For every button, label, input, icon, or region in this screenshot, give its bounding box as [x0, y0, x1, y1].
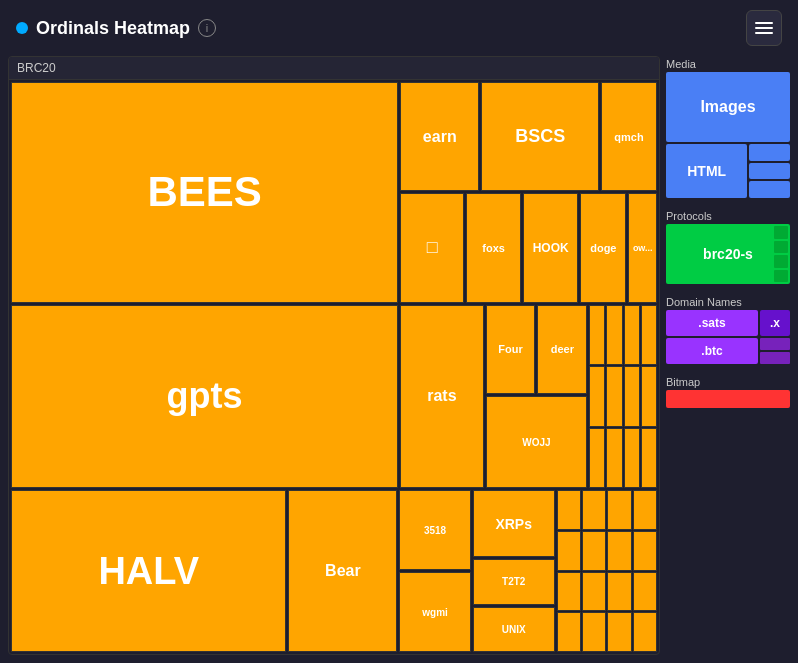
domain-grid: .sats .x .btc — [666, 310, 790, 364]
bitmap-bar[interactable] — [666, 390, 790, 408]
cell-unix[interactable]: UNIX — [473, 607, 555, 652]
protocols-title: Protocols — [666, 208, 790, 224]
micro-cell[interactable] — [607, 531, 631, 571]
micro-cell[interactable] — [624, 366, 640, 427]
page-title: Ordinals Heatmap — [36, 18, 190, 39]
micro-cell[interactable] — [607, 490, 631, 530]
brc20s-small-cell-2 — [774, 241, 788, 254]
micro-cell[interactable] — [641, 366, 657, 427]
cell-rats[interactable]: rats — [400, 305, 483, 489]
cell-bear[interactable]: Bear — [288, 490, 397, 652]
menu-button[interactable] — [746, 10, 782, 46]
cell-qmch[interactable]: qmch — [601, 82, 657, 191]
micro-cell[interactable] — [582, 572, 606, 612]
bitmap-block: Bitmap — [666, 374, 790, 408]
cell-four[interactable]: Four — [486, 305, 536, 395]
cell-t2t2[interactable]: T2T2 — [473, 559, 555, 604]
media-block: Media Images HTML — [666, 56, 790, 198]
micro-cell[interactable] — [557, 612, 581, 652]
cell-foxs[interactable]: foxs — [466, 193, 521, 302]
row1: BEES earn BSCS qmch □ foxs HOOK — [11, 82, 657, 303]
domain-x-cell[interactable]: .x — [760, 310, 790, 336]
treemap-container: BEES earn BSCS qmch □ foxs HOOK — [9, 80, 659, 654]
micro-cell[interactable] — [633, 572, 657, 612]
media-html-small-cell-3[interactable] — [749, 181, 790, 198]
menu-line-2 — [755, 27, 773, 29]
micro-grid-r3 — [557, 490, 657, 652]
micro-cell[interactable] — [633, 612, 657, 652]
domain-btc-cell[interactable]: .btc — [666, 338, 758, 364]
cell-icon[interactable]: □ — [400, 193, 464, 302]
domain-row-1: .sats .x — [666, 310, 790, 336]
micro-cell[interactable] — [582, 490, 606, 530]
media-html-small-cell-2[interactable] — [749, 163, 790, 180]
domain-names-title: Domain Names — [666, 294, 790, 310]
cell-bees[interactable]: BEES — [11, 82, 398, 303]
micro-cell[interactable] — [582, 612, 606, 652]
micro-cell[interactable] — [582, 531, 606, 571]
cell-hook[interactable]: HOOK — [523, 193, 578, 302]
right-sidebar: Media Images HTML Protocols — [660, 56, 790, 655]
brc20s-small-cell-3 — [774, 255, 788, 268]
micro-cell[interactable] — [641, 428, 657, 489]
cell-earn[interactable]: earn — [400, 82, 479, 191]
content: BRC20 BEES earn BSCS qmch □ — [0, 56, 798, 663]
micro-cell[interactable] — [606, 428, 622, 489]
micro-cell[interactable] — [633, 531, 657, 571]
media-html-small-cell-1[interactable] — [749, 144, 790, 161]
r1-right-top: earn BSCS qmch — [400, 82, 657, 191]
micro-cell[interactable] — [641, 305, 657, 366]
micro-cell[interactable] — [557, 531, 581, 571]
micro-cell[interactable] — [557, 490, 581, 530]
domain-btc-small-cell-1 — [760, 338, 790, 350]
micro-cell[interactable] — [589, 305, 605, 366]
row3: HALV Bear 3518 wgmi XRPs — [11, 490, 657, 652]
media-images-cell[interactable]: Images — [666, 72, 790, 142]
media-html-cell[interactable]: HTML — [666, 144, 747, 198]
menu-line-3 — [755, 32, 773, 34]
cell-doge[interactable]: doge — [580, 193, 626, 302]
micro-cell[interactable] — [557, 572, 581, 612]
brc20s-small-col — [774, 226, 788, 282]
cell-halv[interactable]: HALV — [11, 490, 286, 652]
media-grid: Images HTML — [666, 72, 790, 198]
micro-cell[interactable] — [589, 366, 605, 427]
domain-row-2: .btc — [666, 338, 790, 364]
header-left: Ordinals Heatmap i — [16, 18, 216, 39]
micro-cell[interactable] — [606, 366, 622, 427]
brc20-grid: BEES earn BSCS qmch □ foxs HOOK — [9, 80, 659, 654]
r1-right-bottom: □ foxs HOOK doge ow... — [400, 193, 657, 302]
brc20s-cell[interactable]: brc20-s — [666, 224, 790, 284]
cell-xrps[interactable]: XRPs — [473, 490, 555, 557]
micro-cell[interactable] — [633, 490, 657, 530]
r1-right: earn BSCS qmch □ foxs HOOK doge ow... — [400, 82, 657, 303]
domain-btc-small — [760, 338, 790, 364]
micro-cell[interactable] — [607, 572, 631, 612]
info-icon[interactable]: i — [198, 19, 216, 37]
micro-cell[interactable] — [589, 428, 605, 489]
app-container: Ordinals Heatmap i BRC20 BEES earn — [0, 0, 798, 663]
media-title: Media — [666, 56, 790, 72]
micro-cell[interactable] — [624, 428, 640, 489]
live-indicator — [16, 22, 28, 34]
micro-cell[interactable] — [607, 612, 631, 652]
brc20s-small-cell-1 — [774, 226, 788, 239]
cell-gpts[interactable]: gpts — [11, 305, 398, 489]
row2: gpts rats Four deer WOJJ — [11, 305, 657, 489]
header: Ordinals Heatmap i — [0, 0, 798, 56]
cell-3518[interactable]: 3518 — [399, 490, 470, 570]
cell-wojj[interactable]: WOJJ — [486, 396, 588, 488]
cell-ow[interactable]: ow... — [628, 193, 657, 302]
micro-cell[interactable] — [624, 305, 640, 366]
cell-deer[interactable]: deer — [537, 305, 587, 395]
cell-bscs[interactable]: BSCS — [481, 82, 599, 191]
r2-mid: Four deer WOJJ — [486, 305, 588, 489]
bitmap-title: Bitmap — [666, 374, 790, 390]
domain-sats-cell[interactable]: .sats — [666, 310, 758, 336]
r2-mid-top: Four deer — [486, 305, 588, 395]
domain-names-block: Domain Names .sats .x .btc — [666, 294, 790, 364]
main-panel: BRC20 BEES earn BSCS qmch □ — [8, 56, 660, 655]
cell-wgmi[interactable]: wgmi — [399, 572, 470, 652]
micro-cell[interactable] — [606, 305, 622, 366]
micro-grid-r2 — [589, 305, 657, 489]
